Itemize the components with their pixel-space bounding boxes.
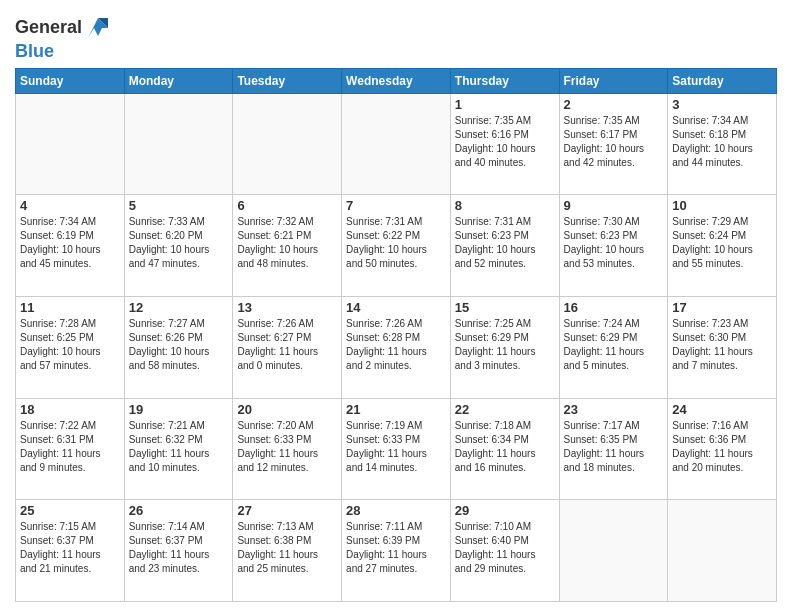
calendar-cell: 11Sunrise: 7:28 AM Sunset: 6:25 PM Dayli…: [16, 297, 125, 399]
day-info: Sunrise: 7:14 AM Sunset: 6:37 PM Dayligh…: [129, 520, 229, 576]
calendar-cell: 14Sunrise: 7:26 AM Sunset: 6:28 PM Dayli…: [342, 297, 451, 399]
page: General Blue SundayMondayTuesdayWednesda…: [0, 0, 792, 612]
day-number: 12: [129, 300, 229, 315]
day-number: 21: [346, 402, 446, 417]
day-number: 27: [237, 503, 337, 518]
calendar-cell: 25Sunrise: 7:15 AM Sunset: 6:37 PM Dayli…: [16, 500, 125, 602]
day-number: 14: [346, 300, 446, 315]
calendar-week-5: 25Sunrise: 7:15 AM Sunset: 6:37 PM Dayli…: [16, 500, 777, 602]
day-info: Sunrise: 7:10 AM Sunset: 6:40 PM Dayligh…: [455, 520, 555, 576]
calendar-cell: [559, 500, 668, 602]
calendar-cell: [124, 93, 233, 195]
day-number: 6: [237, 198, 337, 213]
day-info: Sunrise: 7:25 AM Sunset: 6:29 PM Dayligh…: [455, 317, 555, 373]
day-number: 18: [20, 402, 120, 417]
weekday-header-friday: Friday: [559, 68, 668, 93]
header: General Blue: [15, 10, 777, 62]
logo-text-line1: General: [15, 18, 82, 38]
weekday-header-monday: Monday: [124, 68, 233, 93]
day-number: 5: [129, 198, 229, 213]
day-info: Sunrise: 7:24 AM Sunset: 6:29 PM Dayligh…: [564, 317, 664, 373]
day-info: Sunrise: 7:13 AM Sunset: 6:38 PM Dayligh…: [237, 520, 337, 576]
day-number: 4: [20, 198, 120, 213]
weekday-header-wednesday: Wednesday: [342, 68, 451, 93]
day-info: Sunrise: 7:31 AM Sunset: 6:23 PM Dayligh…: [455, 215, 555, 271]
day-info: Sunrise: 7:20 AM Sunset: 6:33 PM Dayligh…: [237, 419, 337, 475]
day-number: 26: [129, 503, 229, 518]
calendar-table: SundayMondayTuesdayWednesdayThursdayFrid…: [15, 68, 777, 602]
day-number: 15: [455, 300, 555, 315]
calendar-cell: 17Sunrise: 7:23 AM Sunset: 6:30 PM Dayli…: [668, 297, 777, 399]
day-info: Sunrise: 7:19 AM Sunset: 6:33 PM Dayligh…: [346, 419, 446, 475]
logo-icon: [84, 14, 112, 42]
calendar-cell: 5Sunrise: 7:33 AM Sunset: 6:20 PM Daylig…: [124, 195, 233, 297]
calendar-cell: 16Sunrise: 7:24 AM Sunset: 6:29 PM Dayli…: [559, 297, 668, 399]
day-number: 28: [346, 503, 446, 518]
calendar-cell: 12Sunrise: 7:27 AM Sunset: 6:26 PM Dayli…: [124, 297, 233, 399]
day-number: 2: [564, 97, 664, 112]
calendar-cell: 6Sunrise: 7:32 AM Sunset: 6:21 PM Daylig…: [233, 195, 342, 297]
day-info: Sunrise: 7:33 AM Sunset: 6:20 PM Dayligh…: [129, 215, 229, 271]
day-number: 24: [672, 402, 772, 417]
calendar-cell: 29Sunrise: 7:10 AM Sunset: 6:40 PM Dayli…: [450, 500, 559, 602]
day-info: Sunrise: 7:26 AM Sunset: 6:28 PM Dayligh…: [346, 317, 446, 373]
day-number: 25: [20, 503, 120, 518]
calendar-cell: 22Sunrise: 7:18 AM Sunset: 6:34 PM Dayli…: [450, 398, 559, 500]
day-number: 1: [455, 97, 555, 112]
calendar-cell: 2Sunrise: 7:35 AM Sunset: 6:17 PM Daylig…: [559, 93, 668, 195]
logo: General Blue: [15, 14, 112, 62]
calendar-week-2: 4Sunrise: 7:34 AM Sunset: 6:19 PM Daylig…: [16, 195, 777, 297]
logo-text-line2: Blue: [15, 41, 54, 61]
calendar-week-3: 11Sunrise: 7:28 AM Sunset: 6:25 PM Dayli…: [16, 297, 777, 399]
day-number: 11: [20, 300, 120, 315]
day-info: Sunrise: 7:15 AM Sunset: 6:37 PM Dayligh…: [20, 520, 120, 576]
calendar-cell: 23Sunrise: 7:17 AM Sunset: 6:35 PM Dayli…: [559, 398, 668, 500]
day-info: Sunrise: 7:16 AM Sunset: 6:36 PM Dayligh…: [672, 419, 772, 475]
day-info: Sunrise: 7:35 AM Sunset: 6:16 PM Dayligh…: [455, 114, 555, 170]
calendar-cell: 10Sunrise: 7:29 AM Sunset: 6:24 PM Dayli…: [668, 195, 777, 297]
calendar-header-row: SundayMondayTuesdayWednesdayThursdayFrid…: [16, 68, 777, 93]
calendar-cell: 21Sunrise: 7:19 AM Sunset: 6:33 PM Dayli…: [342, 398, 451, 500]
calendar-cell: 9Sunrise: 7:30 AM Sunset: 6:23 PM Daylig…: [559, 195, 668, 297]
weekday-header-thursday: Thursday: [450, 68, 559, 93]
calendar-cell: [16, 93, 125, 195]
day-number: 22: [455, 402, 555, 417]
calendar-cell: 18Sunrise: 7:22 AM Sunset: 6:31 PM Dayli…: [16, 398, 125, 500]
day-info: Sunrise: 7:17 AM Sunset: 6:35 PM Dayligh…: [564, 419, 664, 475]
day-number: 10: [672, 198, 772, 213]
day-info: Sunrise: 7:21 AM Sunset: 6:32 PM Dayligh…: [129, 419, 229, 475]
day-number: 13: [237, 300, 337, 315]
calendar-cell: 4Sunrise: 7:34 AM Sunset: 6:19 PM Daylig…: [16, 195, 125, 297]
day-number: 3: [672, 97, 772, 112]
day-number: 20: [237, 402, 337, 417]
weekday-header-sunday: Sunday: [16, 68, 125, 93]
day-number: 29: [455, 503, 555, 518]
calendar-week-4: 18Sunrise: 7:22 AM Sunset: 6:31 PM Dayli…: [16, 398, 777, 500]
day-number: 7: [346, 198, 446, 213]
calendar-cell: [342, 93, 451, 195]
calendar-cell: 8Sunrise: 7:31 AM Sunset: 6:23 PM Daylig…: [450, 195, 559, 297]
calendar-cell: 26Sunrise: 7:14 AM Sunset: 6:37 PM Dayli…: [124, 500, 233, 602]
calendar-cell: 7Sunrise: 7:31 AM Sunset: 6:22 PM Daylig…: [342, 195, 451, 297]
calendar-cell: 13Sunrise: 7:26 AM Sunset: 6:27 PM Dayli…: [233, 297, 342, 399]
day-info: Sunrise: 7:31 AM Sunset: 6:22 PM Dayligh…: [346, 215, 446, 271]
day-info: Sunrise: 7:34 AM Sunset: 6:19 PM Dayligh…: [20, 215, 120, 271]
day-info: Sunrise: 7:26 AM Sunset: 6:27 PM Dayligh…: [237, 317, 337, 373]
day-number: 16: [564, 300, 664, 315]
calendar-week-1: 1Sunrise: 7:35 AM Sunset: 6:16 PM Daylig…: [16, 93, 777, 195]
day-info: Sunrise: 7:30 AM Sunset: 6:23 PM Dayligh…: [564, 215, 664, 271]
weekday-header-tuesday: Tuesday: [233, 68, 342, 93]
day-number: 8: [455, 198, 555, 213]
day-info: Sunrise: 7:18 AM Sunset: 6:34 PM Dayligh…: [455, 419, 555, 475]
day-number: 17: [672, 300, 772, 315]
weekday-header-saturday: Saturday: [668, 68, 777, 93]
day-info: Sunrise: 7:32 AM Sunset: 6:21 PM Dayligh…: [237, 215, 337, 271]
calendar-cell: [233, 93, 342, 195]
calendar-cell: [668, 500, 777, 602]
day-number: 23: [564, 402, 664, 417]
day-info: Sunrise: 7:29 AM Sunset: 6:24 PM Dayligh…: [672, 215, 772, 271]
day-info: Sunrise: 7:22 AM Sunset: 6:31 PM Dayligh…: [20, 419, 120, 475]
calendar-cell: 27Sunrise: 7:13 AM Sunset: 6:38 PM Dayli…: [233, 500, 342, 602]
day-info: Sunrise: 7:34 AM Sunset: 6:18 PM Dayligh…: [672, 114, 772, 170]
day-info: Sunrise: 7:23 AM Sunset: 6:30 PM Dayligh…: [672, 317, 772, 373]
